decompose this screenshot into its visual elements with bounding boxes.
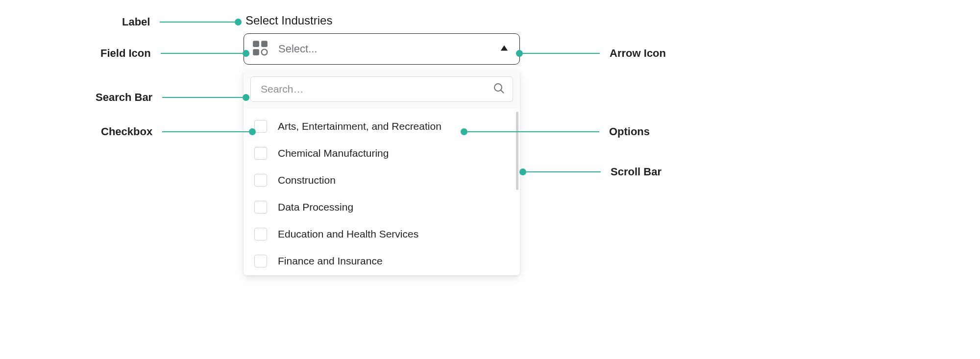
- option-label: Finance and Insurance: [278, 255, 383, 267]
- svg-rect-2: [253, 49, 259, 55]
- search-bar: [244, 70, 520, 109]
- annotation-line: [162, 131, 249, 132]
- option-label: Education and Health Services: [278, 228, 418, 240]
- option-label: Arts, Entertainment, and Recreation: [278, 120, 441, 132]
- search-icon: [493, 82, 505, 96]
- select-placeholder: Select...: [278, 43, 490, 55]
- svg-rect-1: [261, 41, 268, 47]
- annotation-dot-icon: [461, 128, 467, 135]
- svg-line-6: [501, 90, 504, 93]
- annotation-label: Label: [122, 16, 242, 28]
- option-checkbox[interactable]: [254, 228, 267, 240]
- annotation-line: [161, 53, 243, 54]
- chevron-up-icon[interactable]: [500, 44, 509, 54]
- search-input-container[interactable]: [250, 76, 513, 102]
- select-field[interactable]: Select...: [244, 33, 520, 65]
- option-item[interactable]: Data Processing: [244, 193, 520, 220]
- search-input[interactable]: [261, 83, 493, 95]
- annotation-line: [162, 97, 243, 98]
- annotation-scroll-bar: Scroll Bar: [519, 166, 662, 178]
- option-label: Chemical Manufacturing: [278, 147, 389, 159]
- annotation-dot-icon: [235, 19, 242, 25]
- annotation-line: [160, 22, 235, 23]
- annotation-dot-icon: [519, 168, 526, 175]
- annotation-text: Arrow Icon: [610, 47, 666, 60]
- svg-point-3: [262, 49, 268, 55]
- svg-point-5: [494, 84, 502, 91]
- annotation-text: Scroll Bar: [611, 166, 662, 178]
- annotation-dot-icon: [243, 50, 249, 57]
- option-item[interactable]: Education and Health Services: [244, 220, 520, 247]
- option-item[interactable]: Chemical Manufacturing: [244, 140, 520, 167]
- option-checkbox[interactable]: [254, 255, 267, 267]
- grid-icon: [252, 40, 269, 58]
- annotation-dot-icon: [516, 50, 523, 57]
- annotation-line: [526, 171, 601, 172]
- annotation-text: Field Icon: [100, 47, 151, 60]
- annotation-line: [523, 53, 600, 54]
- option-item[interactable]: Construction: [244, 167, 520, 193]
- annotation-text: Search Bar: [96, 91, 152, 104]
- annotation-search-bar: Search Bar: [96, 91, 249, 104]
- multiselect-component: Select Industries Select...: [244, 14, 520, 275]
- field-label: Select Industries: [244, 14, 520, 27]
- annotation-dot-icon: [243, 94, 249, 101]
- annotation-text: Label: [122, 16, 150, 28]
- option-label: Construction: [278, 174, 336, 186]
- option-label: Data Processing: [278, 201, 353, 213]
- annotation-text: Checkbox: [101, 125, 152, 138]
- option-checkbox[interactable]: [254, 201, 267, 214]
- annotation-line: [467, 131, 599, 132]
- annotation-dot-icon: [249, 128, 256, 135]
- option-checkbox[interactable]: [254, 120, 267, 133]
- svg-rect-0: [253, 41, 259, 47]
- annotation-arrow-icon: Arrow Icon: [516, 47, 666, 60]
- option-checkbox[interactable]: [254, 147, 267, 160]
- option-checkbox[interactable]: [254, 174, 267, 187]
- svg-marker-4: [501, 46, 508, 51]
- option-item[interactable]: Finance and Insurance: [244, 247, 520, 274]
- annotation-field-icon: Field Icon: [100, 47, 249, 60]
- scrollbar-thumb[interactable]: [516, 112, 518, 190]
- annotation-options: Options: [461, 125, 650, 138]
- annotation-text: Options: [609, 125, 650, 138]
- dropdown-panel: Arts, Entertainment, and Recreation Chem…: [244, 70, 520, 275]
- annotation-checkbox: Checkbox: [101, 125, 256, 138]
